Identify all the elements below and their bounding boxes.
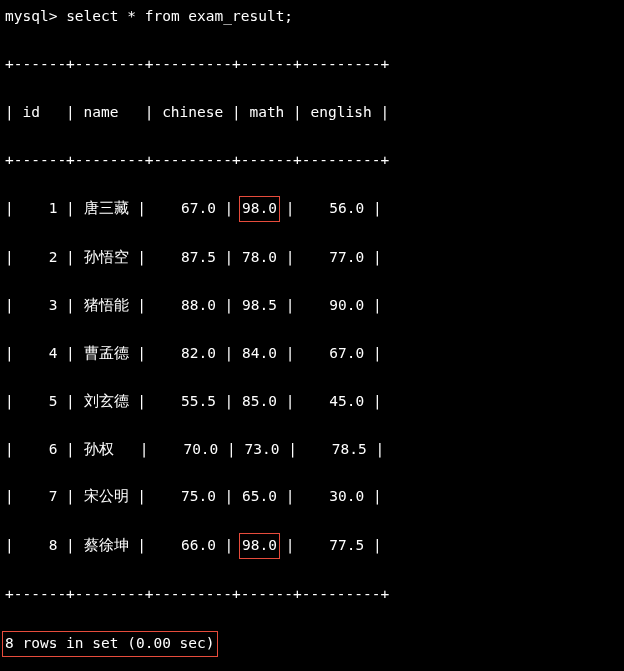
table-row: | 5 | 刘玄德 | 55.5 | 85.0 | 45.0 | — [5, 390, 619, 414]
sql-query-1: select * from exam_result; — [66, 8, 293, 24]
highlighted-value: 98.0 — [239, 196, 280, 222]
status-message: 8 rows in set (0.00 sec) — [2, 631, 218, 657]
table-separator: +------+--------+---------+------+------… — [5, 149, 619, 173]
table-row: | 6 | 孙权 | 70.0 | 73.0 | 78.5 | — [5, 438, 619, 462]
table-row: | 4 | 曹孟德 | 82.0 | 84.0 | 67.0 | — [5, 342, 619, 366]
table-separator: +------+--------+---------+------+------… — [5, 53, 619, 77]
table-row: | 3 | 猪悟能 | 88.0 | 98.5 | 90.0 | — [5, 294, 619, 318]
table-header: | id | name | chinese | math | english | — [5, 101, 619, 125]
table-row: | 2 | 孙悟空 | 87.5 | 78.0 | 77.0 | — [5, 246, 619, 270]
highlighted-value: 98.0 — [239, 533, 280, 559]
table-row: | 8 | 蔡徐坤 | 66.0 | 98.0 | 77.5 | — [5, 533, 619, 559]
table-row: | 1 | 唐三藏 | 67.0 | 98.0 | 56.0 | — [5, 196, 619, 222]
terminal-output: mysql> select * from exam_result; +-----… — [5, 5, 619, 671]
mysql-prompt: mysql> — [5, 8, 57, 24]
table-row: | 7 | 宋公明 | 75.0 | 65.0 | 30.0 | — [5, 485, 619, 509]
table-separator: +------+--------+---------+------+------… — [5, 583, 619, 607]
